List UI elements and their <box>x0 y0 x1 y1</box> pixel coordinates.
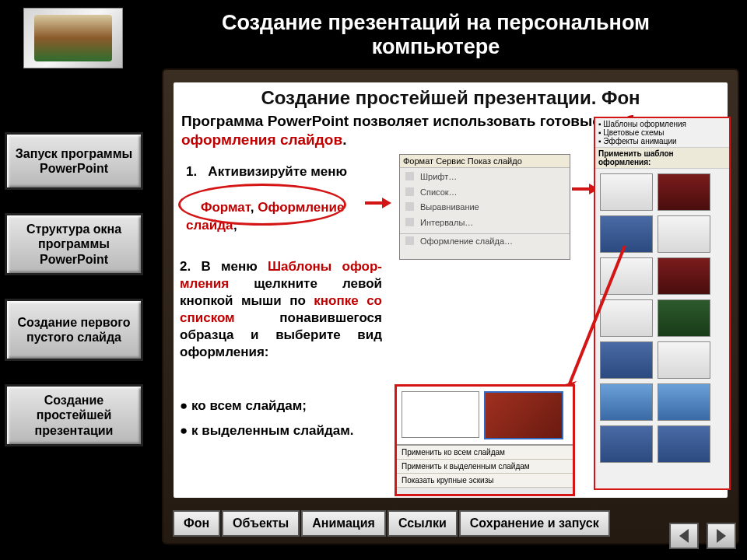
canvas: Создание простейшей презентации. Фон Про… <box>174 82 728 498</box>
menu-item-font: Шрифт… <box>400 170 570 185</box>
content-frame: Создание простейшей презентации. Фон Про… <box>162 68 739 544</box>
intro-suffix: . <box>342 131 346 148</box>
bullet-all-slides: ● ко всем слайдам; <box>180 394 398 418</box>
context-thumb <box>402 391 479 438</box>
bullet-selected-slides: ● к выделенным слайдам. <box>180 418 398 443</box>
context-top <box>397 387 573 445</box>
tab-animation[interactable]: Анимация <box>301 510 386 537</box>
step2: 2. В меню Шаблоны офор­мления щелкните л… <box>180 258 382 362</box>
template-thumb <box>658 425 710 463</box>
template-thumb <box>658 173 710 211</box>
template-thumb <box>658 341 710 379</box>
intro-prefix: Программа PowerPoint позволяет использов… <box>181 113 605 129</box>
menu-item-intervals: Интервалы… <box>400 215 570 231</box>
tp-links: Шаблоны оформления Цветовые схемы Эффект… <box>595 118 729 147</box>
prev-button[interactable] <box>669 523 699 549</box>
topbar: Создание презентаций на персональном ком… <box>0 0 747 65</box>
template-thumb <box>600 173 653 211</box>
canvas-title: Создание простейшей презентации. Фон <box>174 87 728 109</box>
svg-line-0 <box>566 246 625 394</box>
chevron-left-icon <box>679 529 689 543</box>
tab-links[interactable]: Ссылки <box>388 510 458 537</box>
diagonal-arrow-icon <box>555 238 648 409</box>
template-thumb <box>658 257 710 295</box>
next-button[interactable] <box>707 523 736 549</box>
tab-objects[interactable]: Объекты <box>222 510 300 537</box>
nav-arrows <box>669 523 736 549</box>
ctx-apply-selected: Применить к выделенным слайдам <box>397 460 573 474</box>
step1-text: Активизируйте меню <box>208 164 347 179</box>
template-thumb <box>658 299 710 337</box>
menu-item-list: Список… <box>400 185 570 201</box>
bookworm-logo-icon <box>34 15 112 61</box>
bullets: ● ко всем слайдам; ● к выделенным слайда… <box>180 394 398 444</box>
menu-bar: Формат Сервис Показ слайдо <box>400 155 570 168</box>
step1-number: 1. <box>186 164 197 179</box>
sidebar-item-launch[interactable]: Запуск программы PowerPoint <box>5 132 143 190</box>
tp-link-templates: Шаблоны оформления <box>598 120 726 128</box>
context-menu-screenshot: Применить ко всем слайдам Применить к вы… <box>395 384 575 496</box>
context-thumb-selected <box>484 391 563 439</box>
tp-link-color-schemes: Цветовые схемы <box>598 128 726 137</box>
sidebar-item-window-structure[interactable]: Структура окна программы PowerPoint <box>5 213 143 275</box>
tp-apply-label: Применить шаблон оформления: <box>595 147 729 169</box>
step2-a: 2. В меню <box>180 259 268 274</box>
main-title: Создание презентаций на персональном ком… <box>156 11 716 59</box>
chevron-right-icon <box>717 529 726 543</box>
ellipse-highlight <box>178 184 346 226</box>
template-thumb <box>600 425 653 463</box>
template-thumb <box>658 383 710 421</box>
format-menu-screenshot: Формат Сервис Показ слайдо Шрифт… Список… <box>399 154 570 260</box>
ctx-large-thumbs: Показать крупные эскизы <box>397 474 573 488</box>
tab-background[interactable]: Фон <box>173 510 220 537</box>
logo-frame <box>23 8 123 68</box>
sidebar: Запуск программы PowerPoint Структура ок… <box>5 132 149 470</box>
sidebar-item-first-slide[interactable]: Создание первого пустого слайда <box>5 299 143 361</box>
menu-item-align: Выравнивание <box>400 200 570 215</box>
arrow-to-menu-icon <box>365 198 391 208</box>
template-thumb <box>658 215 710 253</box>
menu-list: Шрифт… Список… Выравнивание Интервалы… О… <box>400 168 570 251</box>
tp-link-animation: Эффекты анимации <box>598 137 726 145</box>
bottom-tabs: Фон Объекты Анимация Ссылки Сохранение и… <box>173 510 610 537</box>
menu-item-slide-design: Оформление слайда… <box>400 233 570 250</box>
context-menu: Применить ко всем слайдам Применить к вы… <box>397 445 573 488</box>
sidebar-item-simple-presentation[interactable]: Создание простейшей презентации <box>5 384 143 446</box>
tab-save-run[interactable]: Сохранение и запуск <box>459 510 610 537</box>
ctx-apply-all: Применить ко всем слайдам <box>397 446 573 460</box>
